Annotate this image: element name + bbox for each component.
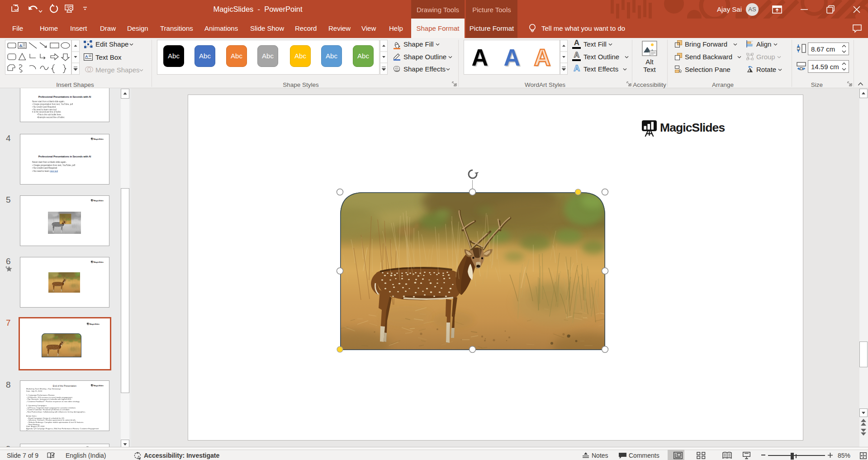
svg-text:A: A [19,43,23,48]
svg-text:A: A [85,54,88,59]
